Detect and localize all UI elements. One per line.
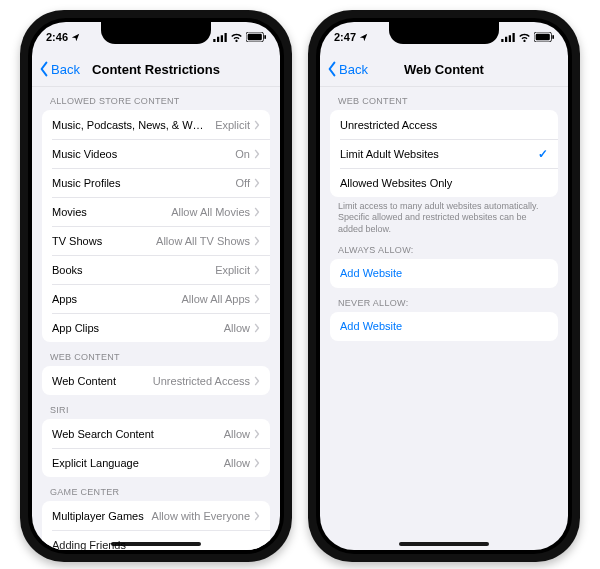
row-value: Allow [224,428,250,440]
row-tv-shows[interactable]: TV ShowsAllow All TV Shows [42,226,270,255]
location-icon [71,33,80,42]
home-indicator [399,542,489,546]
row-value: Explicit [215,264,250,276]
row-label: App Clips [52,322,218,334]
nav-bar: Back Content Restrictions [32,52,280,87]
nav-bar: Back Web Content [320,52,568,87]
section-header-web-content: WEB CONTENT [330,86,558,110]
phone-content-restrictions: 2:46 Back Content Restrictions ALLOWED S… [20,10,292,562]
settings-group: Web ContentUnrestricted Access [42,366,270,395]
row-web-content[interactable]: Web ContentUnrestricted Access [42,366,270,395]
row-value: Allow [224,322,250,334]
svg-rect-8 [505,36,507,41]
status-time: 2:47 [334,31,356,43]
row-value: Unrestricted Access [153,375,250,387]
chevron-right-icon [254,120,260,130]
row-label: Music Videos [52,148,229,160]
row-value: Explicit [215,119,250,131]
chevron-right-icon [254,376,260,386]
back-button[interactable]: Back [326,61,368,77]
row-label: Apps [52,293,176,305]
wifi-icon [518,33,531,42]
chevron-right-icon [254,458,260,468]
svg-rect-13 [552,35,554,39]
row-label: TV Shows [52,235,150,247]
row-music-videos[interactable]: Music VideosOn [42,139,270,168]
row-explicit-language[interactable]: Explicit LanguageAllow [42,448,270,477]
svg-rect-9 [509,35,511,42]
row-adding-friends[interactable]: Adding Friends [42,530,270,550]
home-indicator [111,542,201,546]
row-value: Allow All Apps [182,293,250,305]
chevron-right-icon [254,265,260,275]
row-multiplayer[interactable]: Multiplayer GamesAllow with Everyone [42,501,270,530]
notch [101,22,211,44]
chevron-right-icon [254,149,260,159]
option-label: Limit Adult Websites [340,148,532,160]
section-header-never-allow: NEVER ALLOW: [330,288,558,312]
row-label: Web Search Content [52,428,218,440]
option-allowed-only[interactable]: Allowed Websites Only [330,168,558,197]
row-music-profiles[interactable]: Music ProfilesOff [42,168,270,197]
option-label: Unrestricted Access [340,119,548,131]
section-header: ALLOWED STORE CONTENT [42,86,270,110]
notch [389,22,499,44]
chevron-right-icon [254,294,260,304]
svg-rect-7 [501,39,503,42]
phone-web-content: 2:47 Back Web Content WEB CONTENT Un [308,10,580,562]
signal-icon [501,33,515,42]
option-unrestricted[interactable]: Unrestricted Access [330,110,558,139]
chevron-left-icon [38,61,50,77]
svg-rect-3 [225,33,227,42]
section-header: GAME CENTER [42,477,270,501]
add-website-always[interactable]: Add Website [330,259,558,288]
wifi-icon [230,33,243,42]
svg-rect-12 [536,34,550,41]
row-movies[interactable]: MoviesAllow All Movies [42,197,270,226]
chevron-right-icon [254,429,260,439]
back-label: Back [339,62,368,77]
svg-rect-5 [248,34,262,41]
svg-rect-10 [513,33,515,42]
add-website-label: Add Website [340,320,548,332]
chevron-right-icon [254,323,260,333]
row-value: Off [236,177,250,189]
row-value: Allow with Everyone [152,510,250,522]
section-header-always-allow: ALWAYS ALLOW: [330,235,558,259]
settings-group: Music, Podcasts, News, & WorkoutsExplici… [42,110,270,342]
row-app-clips[interactable]: App ClipsAllow [42,313,270,342]
settings-group: Web Search ContentAllowExplicit Language… [42,419,270,477]
add-website-never[interactable]: Add Website [330,312,558,341]
section-header: SIRI [42,395,270,419]
row-label: Music, Podcasts, News, & Workouts [52,119,209,131]
row-web-search[interactable]: Web Search ContentAllow [42,419,270,448]
row-value: Allow All Movies [171,206,250,218]
chevron-left-icon [326,61,338,77]
chevron-right-icon [254,207,260,217]
back-button[interactable]: Back [38,61,80,77]
svg-rect-1 [217,36,219,41]
option-label: Allowed Websites Only [340,177,548,189]
checkmark-icon: ✓ [538,147,548,161]
screen-content: ALLOWED STORE CONTENTMusic, Podcasts, Ne… [32,86,280,550]
row-music-podcasts[interactable]: Music, Podcasts, News, & WorkoutsExplici… [42,110,270,139]
row-label: Books [52,264,209,276]
row-label: Explicit Language [52,457,218,469]
battery-icon [534,32,554,42]
option-limit-adult[interactable]: Limit Adult Websites✓ [330,139,558,168]
screen-content: WEB CONTENT Unrestricted AccessLimit Adu… [320,86,568,550]
svg-rect-0 [213,39,215,42]
svg-rect-2 [221,35,223,42]
always-allow-group: Add Website [330,259,558,288]
back-label: Back [51,62,80,77]
row-apps[interactable]: AppsAllow All Apps [42,284,270,313]
row-label: Multiplayer Games [52,510,146,522]
section-header: WEB CONTENT [42,342,270,366]
row-books[interactable]: BooksExplicit [42,255,270,284]
row-value: Allow All TV Shows [156,235,250,247]
never-allow-group: Add Website [330,312,558,341]
chevron-right-icon [254,178,260,188]
row-value: On [235,148,250,160]
location-icon [359,33,368,42]
add-website-label: Add Website [340,267,548,279]
